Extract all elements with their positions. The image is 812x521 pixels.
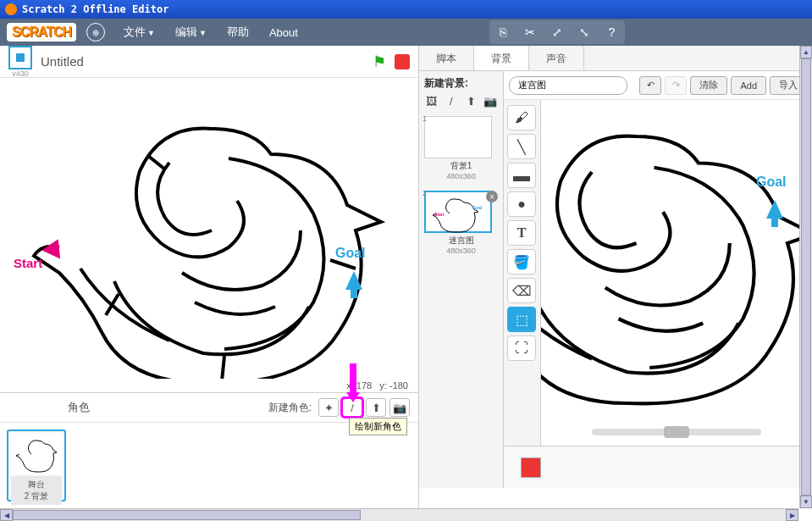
- choose-backdrop-icon[interactable]: 🖼: [424, 94, 439, 108]
- redo-button[interactable]: ↷: [665, 76, 687, 95]
- sprites-label: 角色: [68, 400, 90, 415]
- start-label: Start: [14, 256, 42, 270]
- upload-backdrop-icon[interactable]: ⬆: [464, 94, 478, 108]
- stage-canvas[interactable]: Start Goal: [0, 78, 418, 379]
- language-icon[interactable]: ⊕: [86, 23, 105, 42]
- paint-sprite-tooltip: 绘制新角色: [349, 418, 407, 435]
- scroll-up-icon[interactable]: ▲: [800, 46, 812, 58]
- goal-arrow-icon: [345, 263, 362, 290]
- rectangle-tool-icon[interactable]: ▬: [507, 163, 536, 188]
- fill-tool-icon[interactable]: 🪣: [507, 249, 536, 274]
- close-icon[interactable]: ×: [486, 191, 498, 202]
- ellipse-tool-icon[interactable]: ●: [507, 191, 536, 217]
- brush-tool-icon[interactable]: 🖌: [507, 105, 536, 130]
- zoom-slider[interactable]: [541, 425, 812, 439]
- backdrop-thumb-1[interactable]: 1 背景1 480x360: [424, 116, 498, 180]
- editor-tabs: 脚本 背景 声音: [419, 46, 812, 71]
- paint-tool-palette: 🖌 ╲ ▬ ● T 🪣 ⌫ ⬚ ⛶: [504, 100, 541, 446]
- menu-about[interactable]: About: [261, 23, 307, 42]
- tab-scripts[interactable]: 脚本: [419, 46, 474, 70]
- select-tool-icon[interactable]: ⬚: [507, 307, 536, 332]
- duplicate-icon[interactable]: ⎘: [493, 22, 513, 42]
- menu-edit[interactable]: 编辑▼: [167, 21, 215, 43]
- window-titlebar: Scratch 2 Offline Editor: [0, 0, 812, 19]
- version-label: v430: [12, 69, 29, 78]
- menu-file[interactable]: 文件▼: [115, 21, 163, 43]
- stamp-tool-icon[interactable]: ⛶: [507, 335, 536, 361]
- fullscreen-icon[interactable]: [8, 46, 32, 69]
- new-backdrop-label: 新建背景:: [424, 76, 498, 91]
- undo-button[interactable]: ↶: [639, 76, 661, 95]
- svg-text:Goal: Goal: [472, 205, 483, 210]
- green-flag-icon[interactable]: ⚑: [373, 53, 386, 71]
- backdrop-name-input[interactable]: [509, 76, 627, 95]
- line-tool-icon[interactable]: ╲: [507, 134, 536, 159]
- stage-header: v430 Untitled ⚑: [0, 46, 418, 78]
- left-panel: v430 Untitled ⚑: [0, 46, 419, 508]
- eraser-tool-icon[interactable]: ⌫: [507, 278, 536, 303]
- camera-sprite-icon[interactable]: 📷: [389, 398, 410, 417]
- scratch-logo: SCRATCH: [7, 23, 76, 42]
- paint-sprite-button[interactable]: /: [342, 398, 362, 417]
- current-color-swatch[interactable]: [521, 457, 541, 478]
- tab-sounds[interactable]: 声音: [529, 46, 584, 70]
- menubar: SCRATCH ⊕ 文件▼ 编辑▼ 帮助 About ⎘ ✂ ⤢ ⤡ ?: [0, 19, 812, 46]
- menu-help[interactable]: 帮助: [218, 21, 257, 43]
- project-title[interactable]: Untitled: [41, 54, 84, 69]
- scroll-left-icon[interactable]: ◀: [0, 509, 13, 521]
- canvas-goal-arrow-icon: [766, 191, 783, 219]
- color-picker-area: [504, 446, 812, 488]
- scroll-down-icon[interactable]: ▼: [800, 496, 812, 508]
- stage-thumb-label: 舞台 2 背景: [11, 476, 62, 505]
- canvas-goal-label: Goal: [756, 175, 787, 190]
- vertical-scrollbar[interactable]: ▲ ▼: [799, 46, 812, 508]
- stage-toolbar: ⎘ ✂ ⤢ ⤡ ?: [489, 20, 625, 44]
- paint-canvas[interactable]: Goal: [541, 100, 812, 446]
- right-panel: 脚本 背景 声音 新建背景: 🖼 / ⬆ 📷 1 背景1 480x360: [419, 46, 812, 508]
- delete-icon[interactable]: ✂: [520, 22, 540, 42]
- camera-backdrop-icon[interactable]: 📷: [483, 94, 498, 108]
- stop-icon[interactable]: [395, 54, 410, 69]
- app-icon: [5, 3, 17, 15]
- tab-backdrops[interactable]: 背景: [474, 46, 529, 70]
- new-sprite-label: 新建角色:: [268, 401, 312, 415]
- goal-label: Goal: [335, 246, 366, 261]
- svg-text:Start: Start: [434, 212, 445, 217]
- grow-icon[interactable]: ⤢: [547, 22, 567, 42]
- paint-backdrop-icon[interactable]: /: [444, 94, 458, 108]
- window-title: Scratch 2 Offline Editor: [22, 3, 168, 15]
- choose-sprite-icon[interactable]: ✦: [318, 398, 339, 417]
- help-icon[interactable]: ?: [601, 22, 621, 42]
- backdrop-thumb-2[interactable]: 2 × StartGoal 迷宫图 480x360: [424, 191, 498, 255]
- text-tool-icon[interactable]: T: [507, 220, 536, 246]
- scroll-right-icon[interactable]: ▶: [786, 509, 798, 521]
- clear-button[interactable]: 清除: [690, 76, 727, 95]
- stage-thumbnail[interactable]: 舞台 2 背景: [7, 430, 66, 502]
- horizontal-scrollbar[interactable]: ◀ ▶: [0, 508, 798, 521]
- add-button[interactable]: Add: [731, 76, 766, 95]
- backdrop-sidebar: 新建背景: 🖼 / ⬆ 📷 1 背景1 480x360 2 ×: [419, 71, 504, 488]
- paint-editor-toolbar: ↶ ↷ 清除 Add 导入: [504, 71, 812, 100]
- shrink-icon[interactable]: ⤡: [574, 22, 594, 42]
- upload-sprite-icon[interactable]: ⬆: [366, 398, 386, 417]
